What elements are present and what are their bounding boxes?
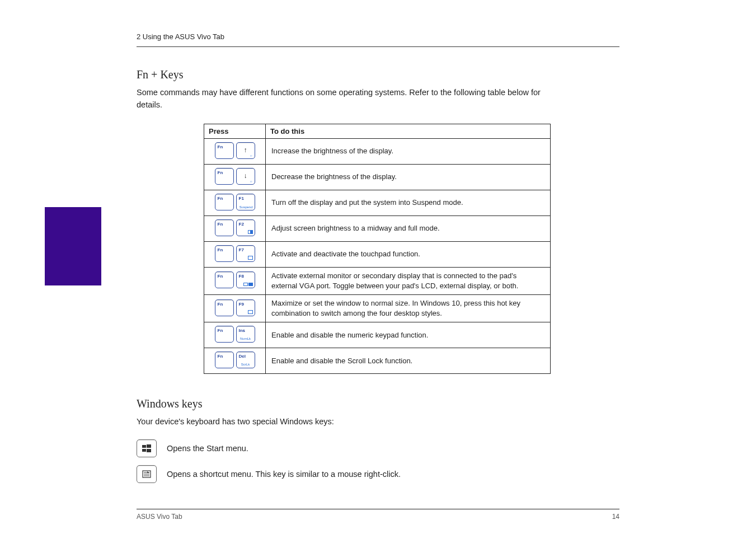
fn-key-icon: Fn [215, 194, 234, 210]
f2-key-icon: F2 [236, 219, 255, 236]
fn-key-icon: Fn [215, 326, 234, 343]
del-key-icon: DelScrLk [236, 352, 255, 368]
fn-keys-heading: Fn + Keys [137, 68, 619, 81]
table-cell-desc: Activate external monitor or secondary d… [266, 267, 551, 294]
table-header-press: Press [204, 124, 266, 138]
table-row: Fn InsNumLk Enable and disable the numer… [204, 322, 551, 348]
menu-key-desc: Opens a shortcut menu. This key is simil… [167, 470, 401, 479]
windows-key-row: Opens the Start menu. [137, 439, 619, 457]
table-row: Fn ↑☼ Increase the brightness of the dis… [204, 138, 551, 164]
footer: ASUS Vivo Tab 14 [137, 513, 619, 521]
table-cell-desc: Adjust screen brightness to a midway and… [266, 216, 551, 241]
fn-keys-table: Press To do this Fn ↑☼ Increase the brig… [204, 124, 551, 374]
windows-key-desc: Opens the Start menu. [167, 444, 248, 453]
footer-page-number: 14 [612, 513, 619, 521]
f7-key-icon: F7 [236, 245, 255, 262]
table-row: Fn F7 Activate and deactivate the touchp… [204, 241, 551, 267]
fn-key-icon: Fn [215, 352, 234, 368]
table-cell-desc: Increase the brightness of the display. [266, 138, 551, 164]
table-cell-desc: Maximize or set the window to normal siz… [266, 294, 551, 322]
fn-keys-paragraph: Some commands may have different functio… [137, 87, 545, 111]
header-rule [137, 46, 619, 47]
arrow-up-key-icon: ↑☼ [236, 142, 255, 159]
fn-key-icon: Fn [215, 219, 234, 236]
fn-key-icon: Fn [215, 142, 234, 159]
footer-rule [137, 509, 619, 509]
svg-rect-0 [142, 445, 146, 448]
fn-key-icon: Fn [215, 271, 234, 288]
table-cell-desc: Activate and deactivate the touchpad fun… [266, 241, 551, 267]
windows-logo-key-icon [137, 439, 157, 457]
header-section: 2 Using the ASUS Vivo Tab [137, 32, 619, 41]
fn-key-icon: Fn [215, 299, 234, 316]
windows-keys-heading: Windows keys [137, 397, 619, 410]
menu-key-icon [137, 465, 157, 483]
f1-key-icon: F1Suspend [236, 194, 255, 210]
table-row: Fn DelScrLk Enable and disable the Scrol… [204, 348, 551, 374]
table-cell-desc: Enable and disable the Scroll Lock funct… [266, 348, 551, 374]
table-row: Fn ↓☼ Decrease the brightness of the dis… [204, 164, 551, 190]
windows-keys-paragraph: Your device's keyboard has two special W… [137, 416, 545, 428]
menu-key-row: Opens a shortcut menu. This key is simil… [137, 465, 619, 483]
f8-key-icon: F8 [236, 271, 255, 288]
table-cell-desc: Turn off the display and put the system … [266, 190, 551, 216]
sidebar-tab [45, 207, 101, 285]
page-content: 2 Using the ASUS Vivo Tab Fn + Keys Some… [137, 32, 619, 521]
table-row: Fn F9 Maximize or set the window to norm… [204, 294, 551, 322]
fn-key-icon: Fn [215, 168, 234, 185]
table-row: Fn F1Suspend Turn off the display and pu… [204, 190, 551, 216]
table-header-desc: To do this [266, 124, 551, 138]
ins-key-icon: InsNumLk [236, 326, 255, 343]
table-row: Fn F2 Adjust screen brightness to a midw… [204, 216, 551, 241]
svg-rect-1 [147, 444, 151, 448]
svg-rect-2 [142, 449, 146, 452]
table-row: Fn F8 Activate external monitor or secon… [204, 267, 551, 294]
table-cell-desc: Enable and disable the numeric keypad fu… [266, 322, 551, 348]
footer-left: ASUS Vivo Tab [137, 513, 182, 521]
svg-rect-3 [147, 449, 151, 452]
arrow-down-key-icon: ↓☼ [236, 168, 255, 185]
fn-key-icon: Fn [215, 245, 234, 262]
table-cell-desc: Decrease the brightness of the display. [266, 164, 551, 190]
f9-key-icon: F9 [236, 299, 255, 316]
